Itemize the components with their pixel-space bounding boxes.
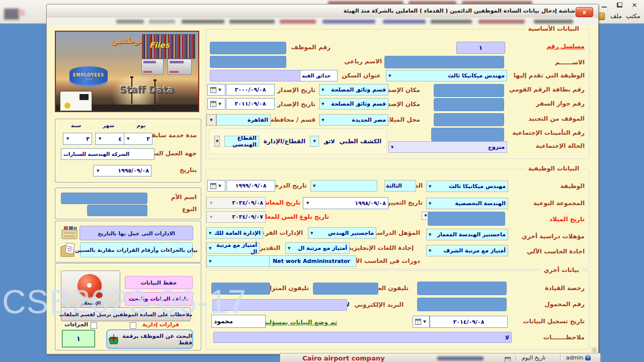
passport-date-picker[interactable] — [207, 98, 225, 110]
courses-value-box[interactable]: Net work Admininstrator — [268, 255, 356, 267]
child-menustrip[interactable] — [47, 18, 598, 26]
entered-by-input[interactable]: محمود — [211, 315, 266, 328]
passport-issue-place-combo[interactable]: قسم وثائق المصلحة — [319, 98, 388, 110]
employee-number-field[interactable] — [210, 42, 286, 54]
minimize-button[interactable] — [599, 1, 610, 9]
bell-icon — [77, 274, 102, 297]
grade-date[interactable]: ١٩٩٩/٠٩/٠٨ — [226, 180, 275, 192]
save-button[interactable]: حفظ البيانات — [125, 276, 193, 289]
license-field[interactable] — [417, 282, 507, 295]
menu-blur — [478, 20, 525, 24]
service-years-combo[interactable]: ٣ — [63, 133, 92, 145]
service-days-combo[interactable]: ٣ — [123, 133, 152, 145]
email-field[interactable] — [212, 299, 347, 311]
marital-combo[interactable]: متزوج — [388, 141, 507, 153]
address-extra-field[interactable] — [210, 70, 300, 81]
month-header: شهر — [103, 123, 114, 128]
hire-date-combo[interactable]: ١٩٩٨/٠٩/٠٨ — [303, 197, 388, 209]
prev-employer-input[interactable]: الشركة الهندسية للسيارات — [61, 148, 154, 160]
departments-history-button[interactable]: الادارات التى عمل بها بالتاريخ — [79, 226, 193, 240]
print-search-button[interactable]: طباعة البيانات والبحث — [125, 292, 193, 306]
reg-date-picker[interactable] — [413, 316, 430, 328]
chevron-down-icon — [320, 88, 325, 92]
job-combo[interactable]: مهندس ميكانيكا ثالث — [426, 180, 508, 192]
menu-blur — [383, 20, 426, 24]
mobile-field[interactable] — [417, 298, 507, 311]
national-id-label: رقم بطاقة الرقم القومي — [509, 86, 585, 93]
day-header: يوم — [137, 123, 145, 128]
rating-combo[interactable]: أمتياز مع مرتبة ال — [206, 242, 260, 254]
penalties-report-button[interactable]: بيان بالجزاءات وأرقام القرارات مقارنة با… — [80, 242, 193, 257]
insurance-label: رقم التأمينات الإجتماعية — [512, 129, 585, 136]
natid-issue-date[interactable]: ٢٠٠٠/٠٩/٠٨ — [226, 84, 275, 96]
passport-issue-date[interactable]: ٢٠١١/٠٩/٠٨ — [226, 98, 275, 110]
child-close-button[interactable]: x — [576, 7, 593, 17]
english-combo[interactable]: أمتياز مع مرتبة ال — [285, 242, 350, 254]
actions-group: الإستعلام حفظ البيانات طباعة البيانات وا… — [55, 263, 202, 351]
work-phone-field[interactable] — [313, 283, 378, 295]
job-label: الوظيفة — [560, 183, 585, 190]
grade-empty-combo[interactable] — [310, 180, 377, 192]
employee-number-box[interactable]: ١ — [62, 330, 95, 347]
other-qual-combo[interactable]: ماجستير الهندسة المعمار — [426, 229, 508, 240]
resize-grip[interactable] — [592, 347, 597, 352]
degree-combo[interactable]: ماجستير الهندس — [308, 227, 376, 239]
sector-dropdown-button[interactable] — [214, 136, 220, 147]
prev-date-label: بتاريخ — [180, 166, 197, 173]
grade-date-picker[interactable] — [207, 180, 225, 192]
status-calendar-icon[interactable] — [505, 355, 511, 362]
birthdate-field[interactable] — [428, 212, 505, 226]
staff-data-image: بيانات الموظفين Files EMPLOYEES••••• Sta… — [55, 31, 199, 112]
sector-value-box[interactable]: القطاع الهندسي — [224, 136, 259, 147]
mother-field[interactable] — [61, 193, 147, 204]
passport-label: رقم جواز السفر — [536, 100, 585, 107]
penalties-checkbox[interactable] — [91, 322, 97, 329]
menu-blur — [534, 20, 573, 24]
district-label: قسم / محافظة — [270, 116, 315, 123]
medical-subgroup: الكشف الطبي لائق القطاع/الإدارة القطاع ا… — [209, 128, 387, 154]
district-value-box[interactable]: القاهرة — [216, 114, 271, 126]
search-by-number-button[interactable]: البحث عن الموظف برقمة فقط — [106, 329, 193, 349]
district-dropdown-button[interactable] — [206, 114, 216, 126]
chevron-down-icon — [96, 169, 100, 173]
address-value-box[interactable]: حدائق القبة — [299, 70, 338, 81]
admin-decisions-checkbox[interactable] — [130, 322, 136, 329]
menu-blur — [182, 20, 224, 24]
grade-value-box[interactable]: الثالثة — [384, 180, 416, 192]
employee-entry-window: شاشة إدخال بيانات السادة الموظفين الدائم… — [46, 4, 599, 354]
prev-date-combo[interactable]: ١٩٩٥/٠٩/٠٨ — [93, 165, 151, 176]
military-field[interactable] — [434, 113, 504, 126]
natid-date-picker[interactable] — [207, 84, 225, 96]
group-combo[interactable]: الهندسة التخصصية — [426, 198, 508, 209]
inquiry-bell-button[interactable]: الإستعلام — [61, 270, 120, 308]
computer-combo[interactable]: أمتياز مع مرتبة الشرف — [426, 245, 508, 256]
name4-field[interactable] — [210, 56, 286, 68]
chevron-down-icon — [312, 139, 316, 143]
service-months-combo[interactable]: ٤ — [95, 133, 124, 145]
child-titlebar[interactable]: شاشة إدخال بيانات السادة الموظفين الدائم… — [47, 5, 598, 18]
home-phone-field[interactable] — [211, 283, 270, 295]
gender-field[interactable] — [87, 205, 147, 216]
birthplace-combo[interactable]: مصر الجديدة — [319, 114, 388, 126]
reg-date[interactable]: ٢٠١٤/٠٩/٠٨ — [430, 316, 508, 328]
medical-combo-button[interactable] — [310, 136, 319, 147]
insurance-field[interactable] — [431, 128, 504, 141]
courses-empty-combo[interactable] — [206, 255, 270, 267]
basic-group-title: البيانات الأساسية — [525, 25, 582, 32]
natid-issue-place-combo[interactable]: قسم وثائق المصلحة — [319, 84, 388, 96]
passport-field[interactable] — [434, 98, 504, 111]
notes-to-files-button[interactable]: ملاحظات على السادة الموظفين ترسل لقسم ال… — [61, 307, 191, 321]
job-applied-combo[interactable]: مهندس ميكانيكا ثالث — [386, 70, 507, 81]
menu-office[interactable]: مكتب — [626, 13, 640, 20]
user-icon — [585, 355, 591, 360]
serial-value-box[interactable]: ١ — [456, 42, 505, 54]
notes-field[interactable]: لا — [213, 332, 512, 343]
degree-label: المؤهل الدراسي — [371, 229, 420, 236]
menu-file[interactable]: ملف — [610, 13, 622, 20]
restore-button[interactable] — [614, 1, 625, 9]
national-id-field[interactable] — [434, 84, 504, 97]
subadmin-combo[interactable]: الإدارة العامة للك — [206, 227, 263, 239]
name-field[interactable] — [384, 56, 504, 68]
close-button[interactable]: × — [629, 1, 640, 9]
chevron-down-icon — [208, 246, 212, 250]
